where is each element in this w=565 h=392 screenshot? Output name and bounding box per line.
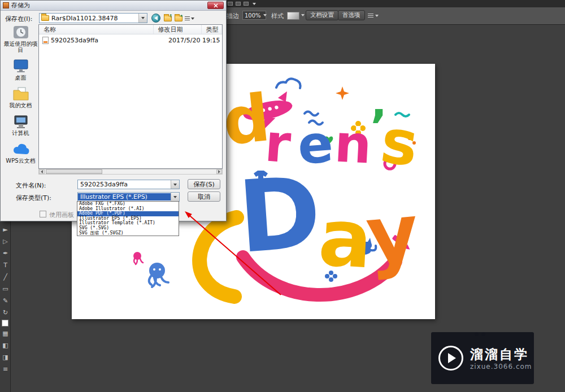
view-menu-icon <box>185 16 190 21</box>
preferences-button[interactable]: 首选项 <box>338 10 365 20</box>
filename-value: 5920253da9ffa <box>78 181 171 188</box>
chevron-down-icon[interactable] <box>253 3 256 5</box>
pen-tool-icon[interactable]: ✒ <box>0 247 11 259</box>
fill-color-swatch[interactable] <box>2 320 8 326</box>
save-type-label: 保存类型(T): <box>16 194 51 202</box>
save-in-value: Rar$DIa11012.38478 <box>49 15 138 22</box>
up-one-level-button[interactable]: ↑ <box>163 14 172 23</box>
new-folder-button[interactable]: ✶ <box>173 14 183 23</box>
save-button[interactable]: 保存(S) <box>188 179 220 189</box>
column-date-modified[interactable]: 修改日期 <box>154 25 202 34</box>
chevron-down-icon[interactable] <box>138 14 147 23</box>
pencil-tool-icon[interactable]: ✎ <box>0 295 11 307</box>
file-date: 2017/5/20 19:15 <box>168 37 220 44</box>
stroke-label: 描边 <box>227 12 239 20</box>
recent-items-icon <box>12 24 30 40</box>
place-my-documents[interactable]: 我的文档 <box>3 86 38 108</box>
style-label: 样式 <box>271 12 284 20</box>
place-desktop[interactable]: 桌面 <box>3 58 38 81</box>
close-button[interactable] <box>207 2 224 9</box>
horizontal-scrollbar[interactable] <box>38 169 223 175</box>
place-computer[interactable]: 计算机 <box>3 114 38 136</box>
watermark-brand: 溜溜自学 <box>470 346 532 363</box>
computer-icon <box>12 114 30 129</box>
mesh-tool-icon[interactable]: ▦ <box>0 328 11 339</box>
jellyfish-icon <box>133 252 143 264</box>
places-bar: 最近使用的项目 桌面 我的文档 计算机 <box>3 24 38 173</box>
cloud-icon <box>276 79 301 88</box>
illustrator-window: { "control_bar": { "stroke_label": "描边",… <box>0 0 565 392</box>
save-type-select[interactable]: Illustrator EPS (*.EPS) <box>77 192 180 202</box>
up-folder-icon: ↑ <box>164 16 172 21</box>
watermark: 溜溜自学 zixue.3066.com <box>431 332 534 384</box>
panel-menu-icon[interactable] <box>368 14 379 18</box>
yellow-brush-stroke <box>199 217 237 297</box>
filename-input[interactable]: 5920253da9ffa <box>77 180 180 189</box>
window-tile-icon[interactable] <box>228 2 233 6</box>
zoom-select[interactable]: 100% <box>242 11 266 20</box>
scroll-right-icon[interactable] <box>216 169 222 174</box>
file-row[interactable]: 5920253da9ffa 2017/5/20 19:15 <box>39 36 222 45</box>
save-in-select[interactable]: Rar$DIa11012.38478 <box>39 13 147 23</box>
view-menu-button[interactable] <box>185 14 194 23</box>
save-in-label: 保存在(I): <box>5 15 33 23</box>
rectangle-tool-icon[interactable]: ▭ <box>0 283 11 295</box>
style-swatch[interactable] <box>287 12 299 20</box>
selection-tool-icon[interactable]: ► <box>0 224 11 236</box>
cancel-button[interactable]: 取消 <box>188 191 220 202</box>
zoom-value: 100% <box>245 12 261 19</box>
file-name: 5920253da9ffa <box>51 37 168 44</box>
watermark-site: zixue.3066.com <box>470 363 532 371</box>
sparkle-icon <box>336 86 349 100</box>
octopus-icon <box>149 263 168 287</box>
folder-icon <box>41 15 49 21</box>
use-artboard-checkbox[interactable] <box>40 211 46 217</box>
direct-selection-tool-icon[interactable]: ▷ <box>0 236 11 247</box>
back-icon <box>151 14 160 23</box>
file-list: 名称 修改日期 类型 5920253da9ffa 2017/5/20 19:15 <box>38 24 223 169</box>
art-letter: n <box>333 117 373 171</box>
column-name[interactable]: 名称 <box>39 25 154 34</box>
dialog-icon <box>3 2 9 8</box>
chevron-down-icon <box>263 14 267 16</box>
column-type[interactable]: 类型 <box>202 25 222 34</box>
window-cascade-icon[interactable] <box>236 2 241 6</box>
filename-label: 文件名(N): <box>16 181 46 190</box>
play-icon <box>438 346 463 371</box>
line-tool-icon[interactable]: ╱ <box>0 271 11 283</box>
desktop-icon <box>12 58 30 74</box>
ai-file-icon <box>42 37 49 44</box>
window-split-icon[interactable] <box>244 2 249 6</box>
blend-tool-icon[interactable]: ◨ <box>0 351 11 363</box>
save-type-value: Illustrator EPS (*.EPS) <box>78 193 171 201</box>
chevron-down-icon[interactable] <box>171 180 179 189</box>
close-icon <box>214 3 218 8</box>
dialog-title: 存储为 <box>11 1 30 10</box>
documents-folder-icon <box>12 86 30 102</box>
rotate-tool-icon[interactable]: ↻ <box>0 307 11 319</box>
chevron-down-icon[interactable] <box>301 14 305 16</box>
back-button[interactable] <box>151 13 160 23</box>
chevron-down-icon <box>191 18 194 20</box>
list-header: 名称 修改日期 类型 <box>39 25 222 34</box>
save-as-dialog: 存储为 保存在(I): Rar$DIa11012.38478 ↑ ✶ 最近使用的… <box>0 0 227 221</box>
place-wps-cloud[interactable]: WPS云文档 <box>3 141 38 164</box>
use-artboard-label: 使用画板 <box>49 211 74 219</box>
save-type-dropdown: Adobe FXG (*.FXG) Adobe Illustrator (*.A… <box>77 201 179 236</box>
wps-cloud-icon <box>12 141 30 157</box>
new-folder-icon: ✶ <box>175 16 182 21</box>
scrollbar-thumb[interactable] <box>46 169 102 174</box>
gradient-tool-icon[interactable]: ◧ <box>0 339 11 351</box>
option-svgz[interactable]: SVG 压缩 (*.SVGZ) <box>77 231 179 236</box>
chevron-down-icon[interactable] <box>171 193 179 201</box>
document-setup-button[interactable]: 文档设置 <box>306 10 338 20</box>
dialog-titlebar[interactable]: 存储为 <box>1 1 226 11</box>
art-letter: y <box>363 193 421 276</box>
type-tool-icon[interactable]: T <box>0 259 11 271</box>
scroll-left-icon[interactable] <box>39 169 45 174</box>
place-recent-items[interactable]: 最近使用的项目 <box>3 24 38 53</box>
hand-tool-icon[interactable]: ≡ <box>0 363 11 375</box>
art-letter: D <box>235 163 324 267</box>
